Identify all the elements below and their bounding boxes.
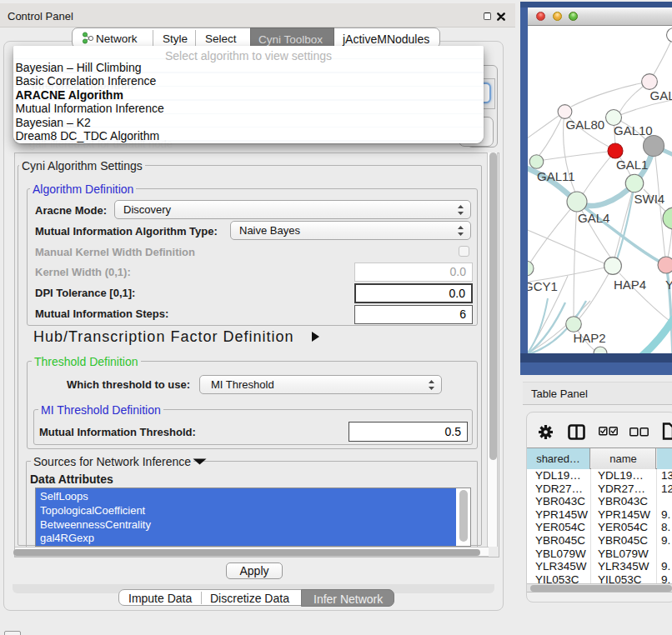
svg-text:GCY1: GCY1 <box>528 279 558 293</box>
svg-text:GAL: GAL <box>650 88 672 102</box>
svg-text:GAL1: GAL1 <box>616 158 648 172</box>
svg-text:Y: Y <box>665 278 672 292</box>
svg-text:GAL10: GAL10 <box>614 123 653 138</box>
svg-text:GAL4: GAL4 <box>578 211 609 225</box>
svg-text:HAP2: HAP2 <box>574 331 606 345</box>
svg-text:SWI4: SWI4 <box>634 192 665 206</box>
svg-text:GAL80: GAL80 <box>566 118 605 132</box>
svg-text:HAP4: HAP4 <box>614 278 646 292</box>
svg-text:GAL11: GAL11 <box>537 169 575 183</box>
